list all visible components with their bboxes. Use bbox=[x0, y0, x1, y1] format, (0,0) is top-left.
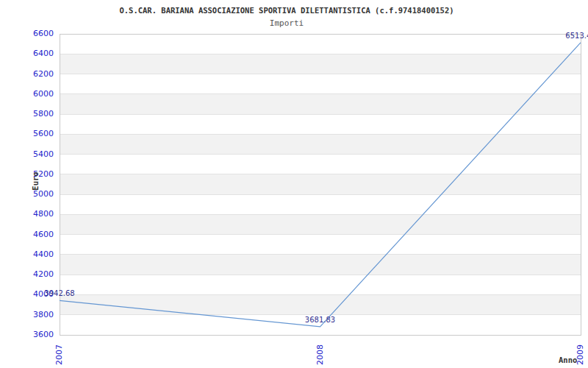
data-point-label: 3942.68 bbox=[15, 289, 104, 298]
y-tick-label: 6200 bbox=[0, 69, 54, 79]
y-tick-label: 6600 bbox=[0, 29, 54, 39]
data-point-label: 3681.83 bbox=[276, 316, 365, 325]
y-tick-label: 5400 bbox=[0, 149, 54, 160]
y-tick-label: 3800 bbox=[0, 310, 54, 320]
x-tick-label: 2007 bbox=[54, 333, 65, 368]
y-tick-label: 3600 bbox=[0, 330, 54, 340]
y-tick-label: 4200 bbox=[0, 269, 54, 280]
y-tick-label: 4600 bbox=[0, 230, 54, 240]
y-tick-label: 5200 bbox=[0, 169, 54, 180]
y-tick-label: 6000 bbox=[0, 89, 54, 99]
y-axis-title: Euro bbox=[30, 159, 40, 203]
band-row bbox=[60, 294, 581, 314]
plot-area bbox=[0, 0, 588, 368]
x-axis-title: Anno bbox=[559, 355, 577, 364]
y-tick-label: 4800 bbox=[0, 209, 54, 219]
y-tick-label: 5800 bbox=[0, 109, 54, 119]
x-tick-label: 2008 bbox=[315, 333, 326, 368]
band-row bbox=[60, 134, 581, 154]
band-row bbox=[60, 174, 581, 194]
band-row bbox=[60, 214, 581, 234]
data-point-label: 6513.44 bbox=[537, 32, 588, 40]
band-row bbox=[60, 255, 581, 275]
y-tick-label: 5000 bbox=[0, 189, 54, 199]
y-tick-label: 6400 bbox=[0, 49, 54, 59]
band-row bbox=[60, 94, 581, 114]
y-tick-label: 5600 bbox=[0, 129, 54, 139]
band-row bbox=[60, 54, 581, 74]
y-tick-label: 4400 bbox=[0, 250, 54, 260]
